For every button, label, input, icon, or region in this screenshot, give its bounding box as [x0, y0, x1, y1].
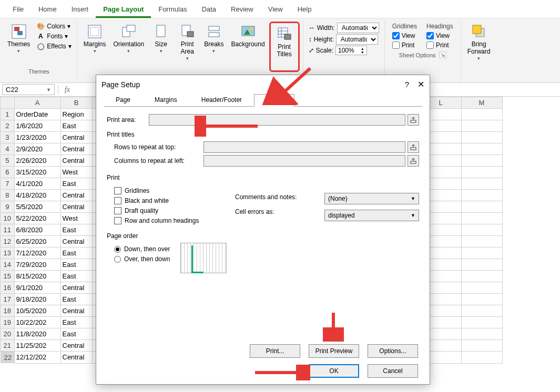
cell[interactable]: 5/22/2020 — [14, 213, 60, 224]
row-header[interactable]: 11 — [1, 224, 15, 236]
effects-button[interactable]: ◯Effects▾ — [34, 42, 73, 51]
cell[interactable] — [461, 167, 502, 178]
row-header[interactable]: 10 — [1, 213, 15, 224]
tab-help[interactable]: Help — [290, 2, 319, 18]
print-preview-button[interactable]: Print Preview — [309, 344, 359, 358]
cell[interactable]: 10/22/202 — [14, 317, 60, 328]
cell[interactable]: Central — [60, 305, 92, 317]
cell[interactable]: 11/8/2020 — [14, 328, 60, 340]
cell[interactable]: East — [60, 247, 92, 259]
print-titles-button[interactable]: Print Titles — [272, 24, 297, 69]
cancel-button[interactable]: Cancel — [368, 364, 418, 378]
tab-file[interactable]: File — [5, 2, 31, 18]
cell[interactable]: OrderDate — [14, 109, 60, 120]
over-then-down-radio[interactable]: Over, then down — [114, 255, 170, 263]
cell[interactable] — [461, 305, 502, 317]
tab-view[interactable]: View — [261, 2, 290, 18]
cell[interactable]: West — [60, 167, 92, 178]
cell[interactable]: 2/9/2020 — [14, 143, 60, 155]
cell[interactable] — [461, 201, 502, 213]
dlg-tab-sheet[interactable]: Sheet — [254, 94, 294, 107]
cell[interactable]: 7/29/2020 — [14, 259, 60, 271]
tab-insert[interactable]: Insert — [64, 2, 96, 18]
bring-forward-button[interactable]: Bring Forward▾ — [464, 22, 494, 67]
cell[interactable]: East — [60, 178, 92, 190]
dlg-tab-margins[interactable]: Margins — [142, 94, 189, 106]
row-header[interactable]: 19 — [1, 317, 15, 328]
cell[interactable]: 8/15/2020 — [14, 271, 60, 282]
breaks-button[interactable]: Breaks▾ — [201, 22, 227, 67]
cell[interactable]: East — [60, 120, 92, 132]
colors-button[interactable]: 🎨Colors▾ — [34, 22, 73, 31]
row-header[interactable]: 14 — [1, 259, 15, 271]
tab-home[interactable]: Home — [31, 2, 64, 18]
column-header[interactable]: M — [461, 97, 502, 109]
rows-repeat-input[interactable] — [203, 141, 405, 153]
select-all-cell[interactable] — [1, 97, 15, 109]
gridlines-view-checkbox[interactable]: View — [392, 32, 417, 39]
background-button[interactable]: Background — [228, 22, 268, 67]
print-button[interactable]: Print... — [250, 344, 300, 358]
cell[interactable]: Central — [60, 132, 92, 143]
cell[interactable]: Central — [60, 352, 92, 364]
cell[interactable]: East — [60, 271, 92, 282]
row-header[interactable]: 21 — [1, 340, 15, 352]
cell[interactable] — [461, 190, 502, 201]
tab-review[interactable]: Review — [223, 2, 261, 18]
cell[interactable]: 1/6/2020 — [14, 120, 60, 132]
row-header[interactable]: 9 — [1, 201, 15, 213]
cell[interactable]: Central — [60, 155, 92, 167]
cell[interactable] — [461, 282, 502, 294]
cell[interactable]: 4/18/2020 — [14, 190, 60, 201]
row-header[interactable]: 15 — [1, 271, 15, 282]
cell[interactable]: 1/23/2020 — [14, 132, 60, 143]
cell[interactable] — [461, 294, 502, 305]
cell[interactable]: East — [60, 317, 92, 328]
cell[interactable]: 9/1/2020 — [14, 282, 60, 294]
orientation-button[interactable]: Orientation▾ — [110, 22, 148, 67]
close-icon[interactable]: ✕ — [418, 79, 424, 89]
row-header[interactable]: 1 — [1, 109, 15, 120]
cell[interactable]: 4/1/2020 — [14, 178, 60, 190]
scale-input[interactable]: 100%▲▼ — [335, 46, 367, 55]
themes-button[interactable]: Themes ▾ — [4, 22, 33, 67]
cell[interactable]: 7/12/2020 — [14, 247, 60, 259]
row-col-headings-checkbox[interactable]: Row and column headings — [114, 217, 230, 224]
cell[interactable]: Central — [60, 340, 92, 352]
cell[interactable]: 11/25/202 — [14, 340, 60, 352]
tab-data[interactable]: Data — [195, 2, 223, 18]
down-then-over-radio[interactable]: Down, then over — [114, 245, 170, 253]
cell[interactable] — [461, 328, 502, 340]
cell[interactable]: Central — [60, 282, 92, 294]
cell[interactable]: 10/5/2020 — [14, 305, 60, 317]
cell[interactable] — [461, 132, 502, 143]
black-white-checkbox[interactable]: Black and white — [114, 197, 230, 204]
collapse-dialog-button[interactable] — [408, 141, 419, 153]
row-header[interactable]: 16 — [1, 282, 15, 294]
row-header[interactable]: 13 — [1, 247, 15, 259]
cell[interactable]: 9/18/2020 — [14, 294, 60, 305]
cell[interactable] — [461, 109, 502, 120]
cell[interactable] — [461, 352, 502, 364]
row-header[interactable]: 5 — [1, 155, 15, 167]
name-box[interactable]: C22▼ — [2, 84, 55, 95]
print-area-button[interactable]: Print Area▾ — [175, 22, 200, 67]
row-header[interactable]: 7 — [1, 178, 15, 190]
draft-quality-checkbox[interactable]: Draft quality — [114, 207, 230, 214]
cell[interactable] — [461, 178, 502, 190]
cell[interactable] — [461, 317, 502, 328]
cols-repeat-input[interactable] — [203, 155, 405, 167]
row-header[interactable]: 22 — [1, 352, 14, 363]
size-button[interactable]: Size▾ — [148, 22, 174, 67]
gridlines-checkbox[interactable]: Gridlines — [114, 187, 230, 194]
headings-view-checkbox[interactable]: View — [426, 32, 453, 39]
cell[interactable]: East — [60, 224, 92, 236]
row-header[interactable]: 18 — [1, 305, 15, 317]
cell[interactable]: 6/25/2020 — [14, 236, 60, 247]
cell[interactable] — [461, 224, 502, 236]
column-header[interactable]: B — [60, 97, 92, 109]
ok-button[interactable]: OK — [309, 364, 359, 378]
cell[interactable] — [461, 155, 502, 167]
cell[interactable]: Central — [60, 143, 92, 155]
tab-formulas[interactable]: Formulas — [151, 2, 194, 18]
